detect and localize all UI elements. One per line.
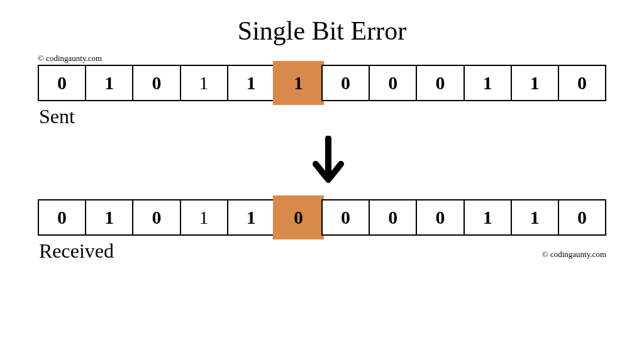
received-label: Received bbox=[39, 239, 606, 263]
received-cell-7: 0 bbox=[369, 199, 416, 236]
received-cell-11: 0 bbox=[558, 199, 606, 236]
sent-cell-0: 0 bbox=[38, 65, 85, 101]
sent-cell-10: 1 bbox=[511, 65, 558, 101]
received-cell-5: 0 bbox=[274, 199, 321, 236]
sent-row-wrapper: 010111000110 bbox=[38, 65, 606, 101]
sent-cell-2: 0 bbox=[132, 65, 179, 101]
received-cell-1: 1 bbox=[85, 199, 132, 236]
arrow-down-icon bbox=[309, 136, 347, 189]
received-cell-2: 0 bbox=[132, 199, 179, 236]
sent-cell-1: 1 bbox=[85, 65, 132, 101]
credit-top: © codingaunty.com bbox=[38, 53, 102, 63]
sent-bit-0: 0 bbox=[57, 72, 67, 94]
received-cell-4: 1 bbox=[227, 199, 274, 236]
sent-cell-9: 1 bbox=[464, 65, 511, 101]
received-bit-4: 1 bbox=[247, 207, 256, 228]
received-bit-9: 1 bbox=[483, 207, 492, 228]
sent-bit-8: 0 bbox=[435, 72, 445, 94]
sent-bit-5: 1 bbox=[294, 72, 303, 94]
sent-bit-3: 1 bbox=[199, 72, 209, 94]
sent-cell-5: 1 bbox=[274, 65, 321, 101]
sent-bit-9: 1 bbox=[483, 72, 492, 94]
sent-bit-1: 1 bbox=[104, 72, 114, 94]
received-cell-6: 0 bbox=[321, 199, 369, 236]
received-cell-10: 1 bbox=[511, 199, 558, 236]
page-title: Single Bit Error bbox=[0, 0, 644, 46]
received-cell-9: 1 bbox=[464, 199, 511, 236]
sent-cell-8: 0 bbox=[416, 65, 463, 101]
received-cell-0: 0 bbox=[38, 199, 85, 236]
received-bit-11: 0 bbox=[577, 207, 587, 228]
sent-label: Sent bbox=[39, 105, 606, 128]
received-bit-8: 0 bbox=[435, 207, 445, 228]
sent-bit-11: 0 bbox=[577, 72, 587, 94]
received-bit-6: 0 bbox=[341, 207, 350, 228]
sent-cell-7: 0 bbox=[369, 65, 416, 101]
sent-cell-6: 0 bbox=[321, 65, 369, 101]
received-row-wrapper: 010110000110 bbox=[38, 199, 606, 236]
received-bit-7: 0 bbox=[388, 207, 397, 228]
received-bit-10: 1 bbox=[530, 207, 540, 228]
sent-bit-row: 010111000110 bbox=[38, 65, 606, 101]
sent-cell-3: 1 bbox=[180, 65, 227, 101]
received-bit-3: 1 bbox=[199, 207, 209, 228]
sent-bit-10: 1 bbox=[530, 72, 540, 94]
sent-bit-2: 0 bbox=[152, 72, 161, 94]
credit-bottom: © codingaunty.com bbox=[542, 250, 606, 260]
received-cell-8: 0 bbox=[416, 199, 463, 236]
sent-bit-7: 0 bbox=[388, 72, 397, 94]
sent-bit-6: 0 bbox=[341, 72, 350, 94]
received-bit-1: 1 bbox=[104, 207, 114, 228]
sent-cell-4: 1 bbox=[227, 65, 274, 101]
arrow-container bbox=[44, 136, 613, 189]
diagram-container: © codingaunty.com 010111000110 Sent 0101… bbox=[0, 65, 644, 263]
sent-cell-11: 0 bbox=[558, 65, 606, 101]
received-bit-2: 0 bbox=[152, 207, 161, 228]
received-cell-3: 1 bbox=[180, 199, 227, 236]
received-bit-0: 0 bbox=[57, 207, 67, 228]
received-bit-row: 010110000110 bbox=[38, 199, 606, 236]
received-bit-5: 0 bbox=[294, 207, 303, 228]
sent-bit-4: 1 bbox=[247, 72, 256, 94]
